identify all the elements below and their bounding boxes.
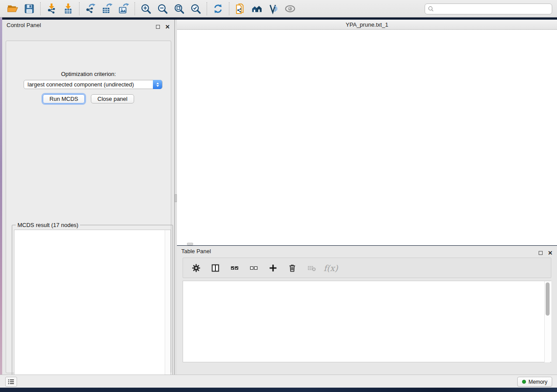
import-table-button[interactable] — [60, 2, 76, 16]
function-builder-button-disabled: f(x) — [325, 262, 337, 274]
desktop-wallpaper — [0, 388, 557, 392]
open-folder-icon — [7, 3, 18, 14]
toolbar-separator — [135, 2, 135, 15]
export-image-button[interactable] — [115, 2, 132, 16]
memory-button[interactable]: Memory — [517, 377, 552, 387]
memory-status-icon — [522, 380, 526, 384]
hide-details-icon — [268, 3, 279, 14]
close-panel-button[interactable]: Close panel — [91, 94, 134, 103]
optimization-criterion-select[interactable]: largest connected component (undirected) — [24, 80, 163, 89]
plus-icon — [268, 263, 278, 273]
mcds-result-group: MCDS result (17 nodes) — [12, 225, 173, 387]
first-neighbors-button[interactable] — [249, 2, 265, 16]
refresh-button[interactable] — [210, 2, 226, 16]
select-stepper-icon — [153, 80, 162, 89]
mcds-tab-content: Optimization criterion: largest connecte… — [6, 41, 171, 373]
zoom-selected-icon — [190, 3, 201, 14]
eye-icon — [284, 3, 296, 14]
network-window-title: YPA_prune.txt_1 — [177, 21, 557, 28]
unchecked-boxes-icon — [249, 263, 259, 273]
export-image-icon — [118, 3, 129, 14]
network-from-selection-icon — [235, 3, 246, 14]
zoom-out-icon — [157, 3, 168, 14]
toolbar-separator — [40, 2, 41, 15]
new-network-from-selection-button[interactable] — [232, 2, 249, 16]
memory-label: Memory — [529, 379, 547, 385]
delete-table-icon — [307, 263, 316, 273]
zoom-fit-button[interactable] — [171, 2, 187, 16]
table-panel-title: Table Panel — [181, 248, 211, 254]
columns-icon — [211, 263, 220, 273]
status-bar: Memory — [0, 375, 557, 388]
network-view-panel: YPA_prune.txt_1 — [177, 20, 557, 245]
fx-icon: f(x) — [324, 263, 338, 273]
control-panel-title: Control Panel — [7, 22, 41, 28]
checked-boxes-icon — [230, 263, 239, 273]
horizontal-splitter-grip[interactable] — [187, 243, 193, 245]
list-icon — [7, 378, 15, 385]
zoom-out-button[interactable] — [154, 2, 171, 16]
gear-icon — [191, 263, 201, 273]
export-network-button[interactable] — [82, 2, 99, 16]
table-settings-button[interactable] — [190, 262, 202, 274]
list-scrollbar[interactable] — [165, 230, 170, 385]
control-panel: Control Panel ✕ Optimization criterion: … — [2, 20, 175, 375]
unselect-all-columns-button[interactable] — [248, 262, 260, 274]
table-toolbar: f(x) — [183, 258, 551, 278]
close-panel-icon[interactable]: ✕ — [165, 23, 170, 28]
save-button[interactable] — [21, 2, 38, 16]
toolbar-separator — [207, 2, 207, 15]
refresh-icon — [212, 3, 224, 14]
run-mcds-button[interactable]: Run MCDS — [43, 94, 85, 103]
houses-icon — [251, 3, 263, 14]
search-input[interactable] — [434, 6, 552, 12]
export-network-icon — [85, 3, 96, 14]
zoom-selected-button[interactable] — [187, 2, 204, 16]
toolbar-separator — [79, 2, 80, 15]
main-toolbar — [0, 0, 557, 17]
scrollbar-thumb[interactable] — [546, 282, 550, 316]
import-network-icon — [46, 3, 57, 14]
create-column-button[interactable] — [267, 262, 279, 274]
float-panel-icon[interactable] — [156, 23, 161, 28]
open-button[interactable] — [4, 2, 21, 16]
show-graphics-details-button[interactable] — [282, 2, 298, 16]
task-history-button[interactable] — [5, 377, 17, 387]
network-graph[interactable] — [177, 30, 557, 245]
mcds-result-list[interactable] — [14, 230, 171, 385]
delete-column-button[interactable] — [286, 262, 298, 274]
network-canvas[interactable] — [177, 30, 557, 245]
export-table-icon — [101, 3, 113, 14]
zoom-fit-icon — [173, 3, 185, 14]
save-icon — [24, 3, 35, 14]
criterion-selected-value: largest connected component (undirected) — [28, 81, 134, 88]
table-scrollbar[interactable] — [544, 281, 550, 362]
global-search — [425, 3, 552, 14]
close-table-panel-icon[interactable]: ✕ — [548, 249, 553, 254]
float-table-panel-icon[interactable] — [539, 249, 543, 254]
trash-icon — [287, 263, 297, 273]
mcds-result-title: MCDS result (17 nodes) — [16, 222, 80, 228]
optimization-criterion-label: Optimization criterion: — [6, 71, 171, 77]
import-table-icon — [62, 3, 74, 14]
import-network-button[interactable] — [43, 2, 60, 16]
show-column-selector-button[interactable] — [209, 262, 221, 274]
network-window-titlebar[interactable]: YPA_prune.txt_1 — [177, 20, 557, 30]
select-all-columns-button[interactable] — [228, 262, 241, 274]
delete-table-button-disabled — [305, 262, 318, 274]
zoom-in-button[interactable] — [138, 2, 154, 16]
table-panel: Table Panel ✕ — [177, 246, 557, 375]
export-table-button[interactable] — [99, 2, 115, 16]
toolbar-separator — [229, 2, 229, 15]
hide-graphics-details-button[interactable] — [265, 2, 282, 16]
node-table — [183, 281, 551, 362]
search-icon — [428, 6, 434, 12]
zoom-in-icon — [140, 3, 152, 14]
